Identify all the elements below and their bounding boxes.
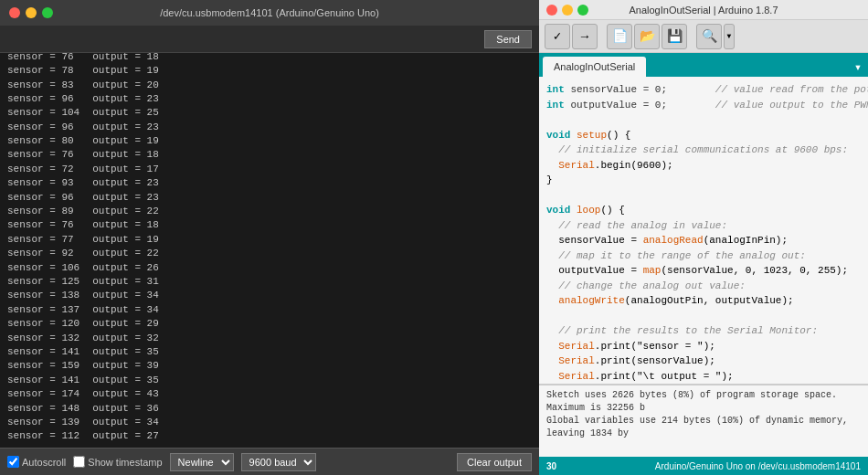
sensor-value: sensor = 93 xyxy=(7,176,80,190)
verify-button[interactable]: ✓ xyxy=(545,24,570,49)
ide-title: AnalogInOutSerial | Arduino 1.8.7 xyxy=(629,5,778,16)
new-button[interactable]: 📄 xyxy=(607,24,632,49)
send-row: Send xyxy=(0,26,539,53)
output-value: output = 27 xyxy=(80,429,159,443)
code-line xyxy=(546,309,861,324)
bottom-toolbar: Autoscroll Show timestamp Newline 9600 b… xyxy=(0,448,539,475)
output-value: output = 18 xyxy=(80,218,159,232)
output-value: output = 23 xyxy=(80,121,159,134)
code-line: Serial.print("\t output = "); xyxy=(546,369,861,385)
output-value: output = 18 xyxy=(80,148,159,162)
serial-line: sensor = 80 output = 19 xyxy=(7,134,532,148)
window-controls xyxy=(9,7,53,18)
autoscroll-checkbox[interactable] xyxy=(7,456,19,468)
status-bar: 30 Arduino/Genuino Uno on /dev/cu.usbmod… xyxy=(539,457,868,475)
window-title: /dev/cu.usbmodem14101 (Arduino/Genuino U… xyxy=(160,7,379,18)
serial-line: sensor = 77 output = 19 xyxy=(7,233,532,247)
output-value: output = 22 xyxy=(80,205,159,218)
clear-output-button[interactable]: Clear output xyxy=(457,453,532,471)
serial-line: sensor = 96 output = 23 xyxy=(7,121,532,134)
serial-monitor-panel: /dev/cu.usbmodem14101 (Arduino/Genuino U… xyxy=(0,0,539,475)
serial-line: sensor = 76 output = 18 xyxy=(7,53,532,64)
output-value: output = 43 xyxy=(80,387,159,401)
output-value: output = 23 xyxy=(80,176,159,190)
sensor-value: sensor = 96 xyxy=(7,121,80,134)
serial-line: sensor = 139 output = 34 xyxy=(7,416,532,429)
open-button[interactable]: 📂 xyxy=(634,24,660,49)
upload-button[interactable]: → xyxy=(572,24,598,49)
ide-close-button[interactable] xyxy=(546,5,557,16)
serial-line: sensor = 137 output = 34 xyxy=(7,303,532,317)
code-editor[interactable]: int sensorValue = 0; // value read from … xyxy=(539,77,868,384)
output-value: output = 25 xyxy=(80,106,159,120)
line-number: 30 xyxy=(546,461,556,471)
code-line: Serial.print(sensorValue); xyxy=(546,354,861,369)
sensor-value: sensor = 120 xyxy=(7,317,80,331)
output-value: output = 35 xyxy=(80,345,159,359)
maximize-button[interactable] xyxy=(42,7,53,18)
ide-titlebar: AnalogInOutSerial | Arduino 1.8.7 xyxy=(539,0,868,20)
sensor-value: sensor = 76 xyxy=(7,53,80,64)
tab-more-button[interactable]: ▾ xyxy=(848,57,868,77)
sensor-value: sensor = 141 xyxy=(7,374,80,387)
console-line: Global variables use 214 bytes (10%) of … xyxy=(546,415,861,440)
sensor-value: sensor = 148 xyxy=(7,402,80,416)
sensor-value: sensor = 80 xyxy=(7,134,80,148)
save-button[interactable]: 💾 xyxy=(662,24,687,49)
code-line: sensorValue = analogRead(analogInPin); xyxy=(546,233,861,248)
code-line: int sensorValue = 0; // value read from … xyxy=(546,82,861,98)
autoscroll-label[interactable]: Autoscroll xyxy=(7,456,66,468)
serial-monitor-titlebar: /dev/cu.usbmodem14101 (Arduino/Genuino U… xyxy=(0,0,539,26)
minimize-button[interactable] xyxy=(26,7,37,18)
output-value: output = 17 xyxy=(80,163,159,176)
status-path: Arduino/Genuino Uno on /dev/cu.usbmodem1… xyxy=(655,461,861,471)
serial-output[interactable]: sensor = 78 output = 19sensor = 72 outpu… xyxy=(0,53,539,448)
output-value: output = 23 xyxy=(80,92,159,106)
timestamp-label[interactable]: Show timestamp xyxy=(73,456,162,468)
serial-line: sensor = 174 output = 43 xyxy=(7,387,532,401)
sensor-value: sensor = 132 xyxy=(7,332,80,345)
code-line: Serial.begin(9600); xyxy=(546,158,861,174)
output-value: output = 35 xyxy=(80,374,159,387)
output-value: output = 22 xyxy=(80,247,159,260)
serial-line: sensor = 93 output = 23 xyxy=(7,176,532,190)
serial-line: sensor = 141 output = 35 xyxy=(7,374,532,387)
newline-select[interactable]: Newline xyxy=(170,453,234,471)
serial-line: sensor = 96 output = 23 xyxy=(7,191,532,205)
ide-maximize-button[interactable] xyxy=(577,5,588,16)
output-value: output = 19 xyxy=(80,233,159,247)
sensor-value: sensor = 77 xyxy=(7,233,80,247)
serial-line: sensor = 78 output = 19 xyxy=(7,64,532,78)
console-line: Sketch uses 2626 bytes (8%) of program s… xyxy=(546,389,861,415)
send-button[interactable]: Send xyxy=(484,30,532,48)
sensor-value: sensor = 76 xyxy=(7,148,80,162)
serial-monitor-button[interactable]: 🔍 xyxy=(696,24,722,49)
code-line: void loop() { xyxy=(546,203,861,218)
serial-line: sensor = 120 output = 29 xyxy=(7,317,532,331)
serial-line: sensor = 148 output = 36 xyxy=(7,402,532,416)
code-line: // initialize serial communications at 9… xyxy=(546,142,861,158)
serial-line: sensor = 159 output = 39 xyxy=(7,359,532,373)
sensor-value: sensor = 125 xyxy=(7,275,80,289)
code-line xyxy=(546,112,861,128)
serial-line: sensor = 96 output = 23 xyxy=(7,92,532,106)
serial-line: sensor = 138 output = 34 xyxy=(7,289,532,302)
sensor-value: sensor = 76 xyxy=(7,218,80,232)
code-line: void setup() { xyxy=(546,128,861,143)
toolbar-dropdown[interactable]: ▼ xyxy=(724,24,735,49)
sensor-value: sensor = 104 xyxy=(7,106,80,120)
ide-minimize-button[interactable] xyxy=(562,5,573,16)
sensor-value: sensor = 72 xyxy=(7,163,80,176)
timestamp-checkbox[interactable] xyxy=(73,456,85,468)
output-value: output = 26 xyxy=(80,261,159,275)
tab-analoginoutserial[interactable]: AnalogInOutSerial xyxy=(543,57,646,77)
sensor-value: sensor = 96 xyxy=(7,191,80,205)
sensor-value: sensor = 89 xyxy=(7,205,80,218)
ide-window-controls xyxy=(546,5,588,16)
console-output: Sketch uses 2626 bytes (8%) of program s… xyxy=(539,384,868,457)
baud-select[interactable]: 9600 baud xyxy=(241,453,316,471)
code-line: // read the analog in value: xyxy=(546,218,861,234)
code-line: } xyxy=(546,173,861,188)
sensor-value: sensor = 141 xyxy=(7,345,80,359)
close-button[interactable] xyxy=(9,7,20,18)
